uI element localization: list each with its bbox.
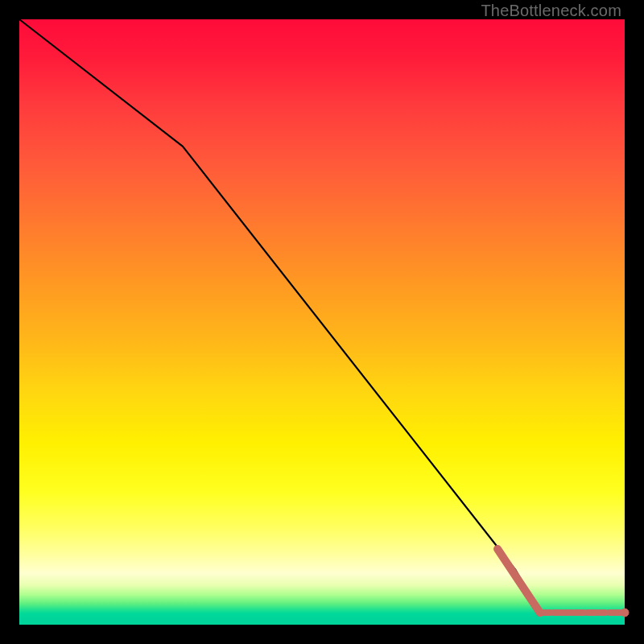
curve-line [19,19,625,613]
chart-overlay [19,19,625,625]
highlight-segment [497,549,540,613]
attribution-label: TheBottleneck.com [481,2,621,20]
chart-frame: TheBottleneck.com [0,0,644,644]
svg-point-7 [621,609,629,617]
highlight-dashes [542,609,629,617]
